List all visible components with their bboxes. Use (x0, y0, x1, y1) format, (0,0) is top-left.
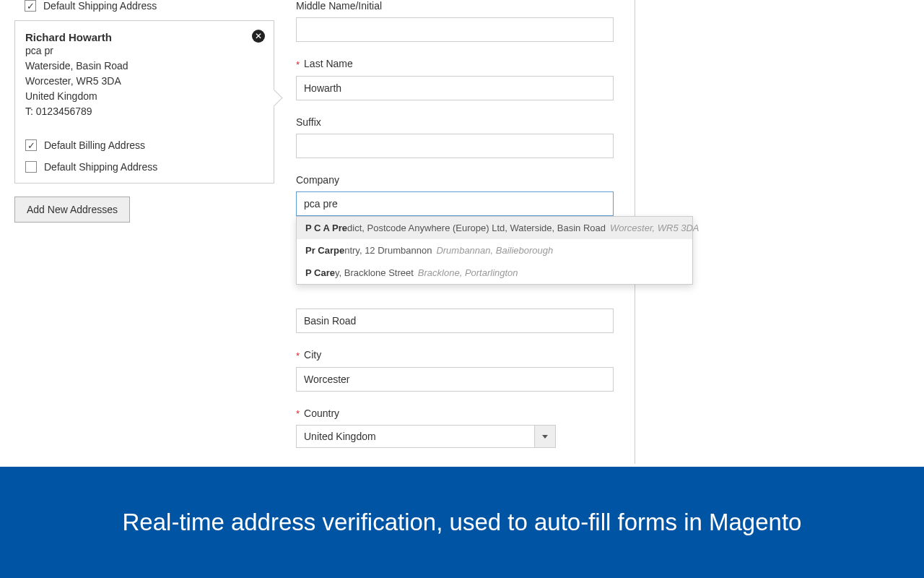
company-label: Company (296, 174, 635, 186)
country-row: Country United Kingdom (296, 407, 635, 449)
checkbox-icon[interactable] (25, 161, 37, 173)
country-select[interactable]: United Kingdom (296, 425, 556, 448)
last-name-row: Last Name (296, 58, 635, 100)
suffix-label: Suffix (296, 116, 635, 128)
street-input[interactable] (296, 309, 614, 333)
marketing-banner: Real-time address verification, used to … (0, 467, 924, 578)
country-label: Country (296, 407, 635, 420)
add-new-addresses-button[interactable]: Add New Addresses (14, 197, 130, 223)
address-line: pca pr (25, 43, 263, 59)
city-row: City (296, 349, 635, 392)
city-label: City (296, 349, 635, 361)
suffix-row: Suffix (296, 116, 635, 158)
suggestion-item[interactable]: P C A Predict, Postcode Anywhere (Europe… (297, 217, 692, 239)
country-selected-value: United Kingdom (304, 431, 376, 442)
city-input[interactable] (296, 367, 614, 392)
middle-name-input[interactable] (296, 17, 614, 42)
company-row: Company P C A Predict, Postcode Anywhere… (296, 174, 635, 216)
street-row (296, 309, 635, 333)
last-name-input[interactable] (296, 76, 614, 100)
default-shipping-row[interactable]: Default Shipping Address (25, 0, 264, 12)
company-input[interactable] (296, 191, 614, 216)
address-name: Richard Howarth (25, 31, 263, 43)
address-card[interactable]: ✕ Richard Howarth pca pr Waterside, Basi… (14, 20, 274, 184)
chevron-down-icon[interactable] (534, 425, 556, 448)
suggestion-item[interactable]: Pr Carpentry, 12 DrumbannonDrumbannan, B… (297, 239, 692, 262)
close-icon[interactable]: ✕ (252, 30, 265, 43)
address-line: T: 0123456789 (25, 104, 263, 119)
middle-name-row: Middle Name/Initial (296, 0, 635, 42)
address-suggestions: P C A Predict, Postcode Anywhere (Europe… (296, 216, 693, 285)
default-shipping-label: Default Shipping Address (44, 161, 157, 173)
banner-text: Real-time address verification, used to … (123, 509, 802, 536)
suffix-input[interactable] (296, 134, 614, 158)
default-billing-row[interactable]: Default Billing Address (25, 139, 263, 151)
checkbox-checked-icon[interactable] (25, 139, 37, 151)
address-line: Worcester, WR5 3DA (25, 74, 263, 89)
default-shipping-label: Default Shipping Address (43, 0, 157, 12)
address-card-partial: Default Shipping Address (14, 0, 274, 17)
suggestion-item[interactable]: P Carey, Bracklone StreetBracklone, Port… (297, 262, 692, 284)
address-line: United Kingdom (25, 89, 263, 104)
address-line: Waterside, Basin Road (25, 59, 263, 74)
last-name-label: Last Name (296, 58, 635, 70)
default-shipping-row[interactable]: Default Shipping Address (25, 161, 263, 173)
middle-name-label: Middle Name/Initial (296, 0, 635, 12)
default-billing-label: Default Billing Address (44, 139, 145, 151)
checkbox-checked-icon[interactable] (25, 0, 36, 12)
